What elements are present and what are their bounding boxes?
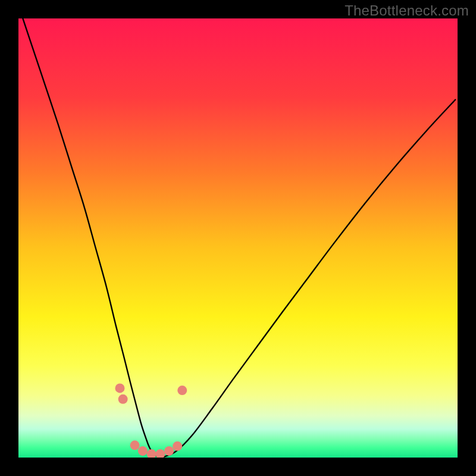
data-marker xyxy=(177,386,187,395)
gradient-background xyxy=(18,18,458,458)
data-marker xyxy=(138,446,148,456)
data-marker xyxy=(130,440,140,450)
plot-svg xyxy=(18,18,458,458)
data-marker xyxy=(115,383,124,393)
data-marker xyxy=(164,446,174,456)
chart-frame: TheBottleneck.com xyxy=(0,0,476,476)
data-marker xyxy=(118,394,128,404)
plot-area xyxy=(18,18,458,458)
watermark-text: TheBottleneck.com xyxy=(345,2,469,19)
data-marker xyxy=(173,441,182,451)
